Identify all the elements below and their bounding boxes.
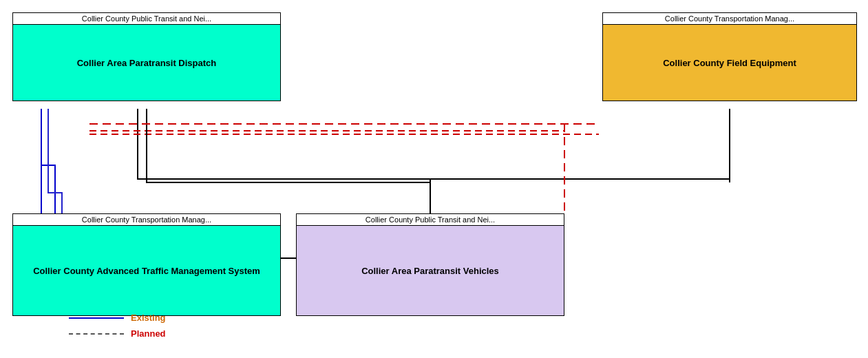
node-vehicles: Collier County Public Transit and Nei...… <box>296 213 564 316</box>
legend-planned-line <box>69 333 124 335</box>
node-field-equipment-header: Collier County Transportation Manag... <box>603 13 856 25</box>
legend-planned: Planned <box>69 328 166 339</box>
node-vehicles-header: Collier County Public Transit and Nei... <box>297 214 564 226</box>
node-dispatch-header: Collier County Public Transit and Nei... <box>13 13 280 25</box>
legend-planned-label: Planned <box>131 328 166 339</box>
node-atms-header: Collier County Transportation Manag... <box>13 214 280 226</box>
legend: Existing Planned <box>69 313 166 339</box>
node-dispatch-body: Collier Area Paratransit Dispatch <box>13 25 280 101</box>
node-field-equipment: Collier County Transportation Manag... C… <box>602 12 857 101</box>
node-dispatch: Collier County Public Transit and Nei...… <box>12 12 281 101</box>
legend-existing: Existing <box>69 313 166 323</box>
node-field-equipment-body: Collier County Field Equipment <box>603 25 856 101</box>
legend-existing-line <box>69 317 124 319</box>
legend-existing-label: Existing <box>131 313 166 323</box>
node-vehicles-body: Collier Area Paratransit Vehicles <box>297 226 564 315</box>
diagram-container: Collier County Public Transit and Nei...… <box>0 0 868 358</box>
node-atms: Collier County Transportation Manag... C… <box>12 213 281 316</box>
node-atms-body: Collier County Advanced Traffic Manageme… <box>13 226 280 315</box>
